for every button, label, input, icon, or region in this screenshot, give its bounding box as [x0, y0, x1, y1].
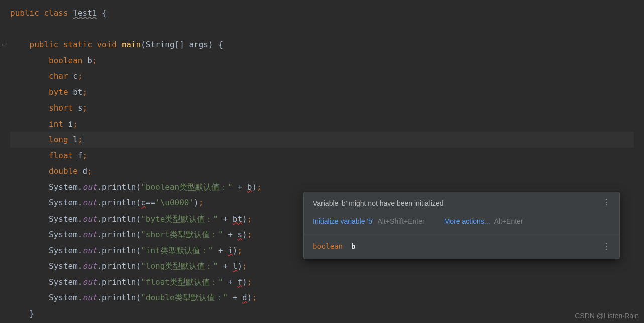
- type-keyword: double: [49, 166, 78, 176]
- type-keyword: short: [49, 103, 73, 113]
- error-message: Variable 'b' might not have been initial…: [313, 198, 444, 209]
- method-call: println: [102, 246, 136, 255]
- string-literal: "long类型默认值：": [141, 261, 218, 271]
- class-ref: System: [49, 246, 78, 255]
- code-editor[interactable]: ⮐ public class Test1 { public static voi…: [0, 0, 644, 323]
- class-ref: System: [49, 293, 78, 302]
- doc-var: b: [351, 242, 355, 250]
- var-ref-error: b: [247, 182, 252, 192]
- var-name: l: [73, 135, 78, 144]
- quick-doc: boolean b ⋮: [304, 234, 619, 259]
- code-line-blank[interactable]: [10, 21, 634, 37]
- keyword-void: void: [97, 40, 117, 49]
- code-line[interactable]: public class Test1 {: [10, 5, 634, 21]
- var-ref-error: i: [228, 246, 233, 255]
- code-line[interactable]: float f;: [10, 148, 634, 164]
- class-ref: System: [49, 198, 78, 207]
- var-ref-error: c: [141, 198, 146, 207]
- field-ref: out: [83, 246, 97, 255]
- keyword-static: static: [63, 40, 92, 49]
- run-gutter-icon[interactable]: ⮐: [1, 38, 7, 50]
- semicolon: ;: [78, 71, 83, 81]
- field-ref: out: [83, 182, 97, 192]
- semicolon: ;: [83, 151, 88, 160]
- class-ref: System: [49, 182, 78, 192]
- field-ref: out: [83, 293, 97, 302]
- doc-type: boolean: [313, 242, 343, 250]
- var-name: i: [68, 119, 73, 129]
- brace-close: }: [30, 309, 35, 318]
- more-vert-icon[interactable]: ⋮: [602, 243, 610, 251]
- method-name: main: [122, 40, 141, 49]
- shortcut-hint: Alt+Shift+Enter: [378, 216, 425, 227]
- class-ref: System: [49, 214, 78, 224]
- error-tooltip: Variable 'b' might not have been initial…: [303, 192, 620, 259]
- code-line[interactable]: short s;: [10, 100, 634, 116]
- method-call: println: [102, 261, 136, 271]
- keyword-public: public: [30, 40, 59, 49]
- field-ref: out: [83, 214, 97, 224]
- semicolon: ;: [92, 56, 97, 65]
- type-keyword: int: [49, 119, 63, 129]
- code-line[interactable]: byte bt;: [10, 84, 634, 100]
- method-call: println: [102, 230, 136, 239]
- type-keyword: char: [49, 71, 68, 81]
- semicolon: ;: [73, 119, 78, 129]
- code-line[interactable]: public static void main(String[] args) {: [10, 37, 634, 53]
- var-name: bt: [73, 87, 82, 97]
- keyword-class: class: [44, 8, 68, 18]
- type-keyword: float: [49, 151, 73, 160]
- params: (String[] args) {: [141, 40, 223, 49]
- type-keyword: long: [49, 135, 68, 144]
- code-line[interactable]: System.out.println("double类型默认值：" + d);: [10, 290, 634, 306]
- var-ref-error: s: [237, 230, 242, 239]
- method-call: println: [102, 277, 136, 287]
- code-line[interactable]: System.out.println("long类型默认值：" + l);: [10, 258, 634, 274]
- class-name: Test1: [73, 8, 97, 18]
- code-line[interactable]: int i;: [10, 116, 634, 132]
- string-literal: "boolean类型默认值：": [141, 182, 233, 192]
- class-ref: System: [49, 230, 78, 239]
- keyword-public: public: [10, 8, 39, 18]
- string-literal: "double类型默认值：": [141, 293, 228, 302]
- semicolon: ;: [78, 135, 83, 144]
- code-line[interactable]: double d;: [10, 163, 634, 179]
- field-ref: out: [83, 198, 97, 207]
- more-vert-icon[interactable]: ⋮: [602, 198, 610, 206]
- more-actions-link[interactable]: More actions...: [444, 216, 490, 227]
- semicolon: ;: [83, 103, 88, 113]
- var-name: c: [73, 71, 78, 81]
- method-call: println: [102, 182, 136, 192]
- quickfix-link[interactable]: Initialize variable 'b': [313, 216, 374, 227]
- string-literal: "short类型默认值：": [141, 230, 223, 239]
- var-name: d: [83, 166, 88, 176]
- string-literal: "byte类型默认值：": [141, 214, 218, 224]
- code-line[interactable]: }: [10, 306, 634, 322]
- var-ref-error: bt: [233, 214, 242, 224]
- var-ref-error: f: [237, 277, 242, 287]
- class-ref: System: [49, 261, 78, 271]
- string-literal: "int类型默认值：": [141, 246, 213, 255]
- method-call: println: [102, 214, 136, 224]
- field-ref: out: [83, 261, 97, 271]
- string-literal: "float类型默认值：": [141, 277, 223, 287]
- field-ref: out: [83, 230, 97, 239]
- shortcut-hint: Alt+Enter: [494, 216, 523, 227]
- char-literal: '\u0000': [155, 198, 194, 207]
- type-keyword: byte: [49, 87, 68, 97]
- class-ref: System: [49, 277, 78, 287]
- semicolon: ;: [87, 166, 92, 176]
- var-name: f: [78, 151, 83, 160]
- method-call: println: [102, 198, 136, 207]
- var-name: s: [78, 103, 83, 113]
- code-line[interactable]: System.out.println("float类型默认值：" + f);: [10, 274, 634, 290]
- code-line[interactable]: char c;: [10, 68, 634, 84]
- text-cursor: [83, 134, 83, 144]
- brace-open: {: [97, 8, 106, 18]
- field-ref: out: [83, 277, 97, 287]
- watermark: CSDN @Listen·Rain: [575, 312, 639, 320]
- var-name: b: [87, 56, 92, 65]
- code-line[interactable]: boolean b;: [10, 53, 634, 69]
- var-ref-error: d: [242, 293, 247, 302]
- code-line-current[interactable]: long l;: [10, 132, 634, 148]
